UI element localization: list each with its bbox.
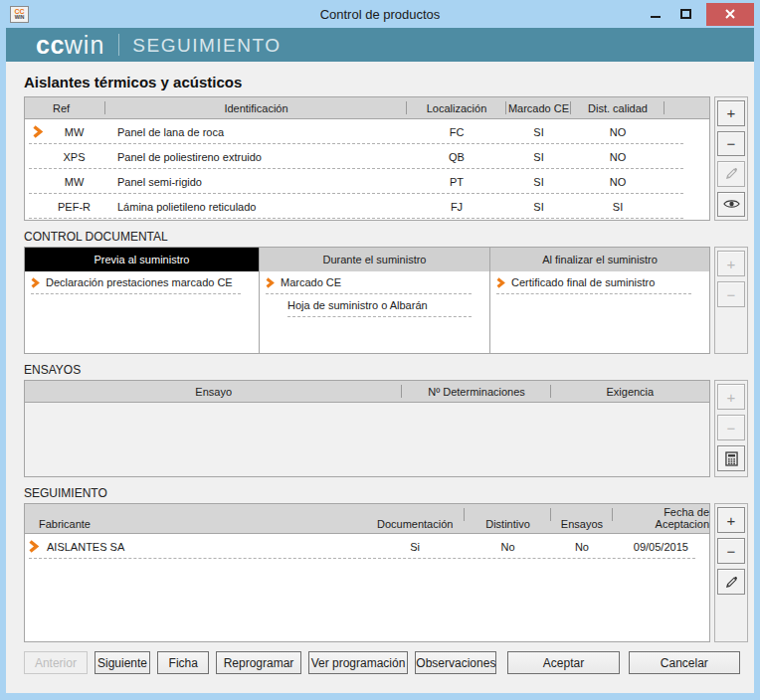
column-header-marcado-ce: Marcado CE — [506, 97, 571, 118]
column-header-localizacion: Localización — [407, 97, 506, 118]
row-divider — [29, 218, 683, 219]
column-header-fabricante: Fabricante — [25, 504, 366, 533]
titlebar: CC WIN Control de productos — [6, 0, 754, 28]
cell-dist-calidad: NO — [571, 144, 665, 169]
cell-localizacion: FC — [407, 119, 506, 144]
seguimiento-section: Fabricante Documentación Distintivo Ensa… — [24, 503, 754, 642]
cancelar-button[interactable]: Cancelar — [629, 651, 740, 674]
seguimiento-row-selected[interactable]: AISLANTES SA Si No No 09/05/2015 — [25, 534, 709, 559]
control-documental-label: CONTROL DOCUMENTAL — [24, 221, 754, 247]
anterior-button[interactable]: Anterior — [24, 651, 88, 674]
cell-ref: MW — [51, 126, 105, 138]
cell-fecha-aceptacion: 09/05/2015 — [613, 534, 709, 559]
cell-ref: MW — [51, 176, 105, 188]
doc-item[interactable]: Hoja de suministro o Albarán — [287, 294, 472, 317]
control-documental-button-strip: + − — [714, 247, 748, 354]
footer-button-bar: Anterior Siguiente Ficha Reprogramar Ver… — [24, 642, 754, 674]
tab-previa-al-suministro[interactable]: Previa al suministro — [25, 248, 259, 271]
app-window: CC WIN Control de productos ccwin SEGUIM… — [0, 0, 760, 700]
minimize-button[interactable] — [641, 2, 670, 26]
cell-identificacion: Panel semi-rigido — [105, 169, 407, 194]
cell-identificacion: Panel de lana de roca — [105, 119, 407, 144]
remove-seguimiento-button[interactable]: − — [717, 538, 745, 564]
add-product-button[interactable]: + — [717, 100, 745, 126]
pencil-icon — [724, 166, 739, 181]
content-area: Aislantes térmicos y acústicos Ref Ident… — [6, 62, 754, 693]
ensayos-section: Ensayo Nº Determinaciones Exigencia + − — [24, 380, 754, 477]
products-table-header: Ref Identificación Localización Marcado … — [25, 97, 709, 119]
column-header-documentacion: Documentación — [366, 504, 465, 533]
doc-item[interactable]: Certificado final de suministro — [496, 271, 691, 294]
page-title: Aislantes térmicos y acústicos — [24, 62, 754, 96]
column-header-fecha-aceptacion: Fecha de Aceptacion — [613, 504, 709, 533]
product-row[interactable]: PEF-R Lámina polietileno reticulado FJ S… — [25, 194, 709, 219]
cell-dist-calidad: NO — [571, 169, 665, 194]
maximize-button[interactable] — [670, 2, 700, 26]
cell-marcado-ce: SI — [506, 194, 571, 219]
cell-marcado-ce: SI — [506, 169, 571, 194]
maximize-icon — [680, 9, 691, 19]
tab-al-finalizar-el-suministro[interactable]: Al finalizar el suministro — [490, 248, 709, 271]
doc-item[interactable]: Declaración prestaciones marcado CE — [31, 271, 241, 294]
aceptar-button[interactable]: Aceptar — [507, 651, 619, 674]
pencil-icon — [724, 575, 739, 590]
add-seguimiento-button[interactable]: + — [717, 507, 745, 533]
column-header-ensayos: Ensayos — [551, 504, 613, 533]
doc-item-label: Declaración prestaciones marcado CE — [46, 276, 233, 288]
item-chevron-icon — [266, 277, 275, 288]
control-documental-section: Previa al suministro Declaración prestac… — [24, 247, 754, 354]
cell-ref: PEF-R — [51, 201, 105, 213]
ensayos-table: Ensayo Nº Determinaciones Exigencia — [24, 380, 710, 477]
view-product-button[interactable] — [717, 192, 745, 218]
ensayos-label: ENSAYOS — [24, 354, 754, 380]
doc-column-al-finalizar: Al finalizar el suministro Certificado f… — [490, 248, 709, 353]
cell-identificacion: Lámina polietileno reticulado — [105, 194, 407, 219]
edit-seguimiento-button[interactable] — [717, 569, 745, 595]
add-ensayo-button[interactable]: + — [717, 384, 745, 410]
column-header-dist-calidad: Dist. calidad — [571, 97, 665, 118]
column-header-distintivo: Distintivo — [465, 504, 551, 533]
column-header-ref: Ref — [25, 97, 105, 118]
selected-row-chevron-icon — [25, 125, 51, 138]
product-row-selected[interactable]: MW Panel de lana de roca FC SI NO — [25, 119, 709, 144]
cell-marcado-ce: SI — [506, 119, 571, 144]
cell-marcado-ce: SI — [506, 144, 571, 169]
observaciones-button[interactable]: Observaciones — [415, 651, 496, 674]
reprogramar-button[interactable]: Reprogramar — [216, 651, 300, 674]
add-document-button[interactable]: + — [717, 251, 745, 276]
row-divider — [29, 558, 695, 559]
cell-distintivo: No — [465, 534, 551, 559]
cell-dist-calidad: SI — [571, 194, 665, 219]
ver-programacion-button[interactable]: Ver programación — [308, 651, 409, 674]
brand-logo-win: win — [65, 31, 105, 60]
remove-document-button[interactable]: − — [717, 281, 745, 307]
siguiente-button[interactable]: Siguiente — [95, 651, 150, 674]
ficha-button[interactable]: Ficha — [157, 651, 209, 674]
product-row[interactable]: XPS Panel de poliestireno extruido QB SI… — [25, 144, 709, 169]
column-header-exigencia: Exigencia — [551, 381, 709, 402]
remove-ensayo-button[interactable]: − — [717, 415, 745, 440]
tab-durante-el-suministro[interactable]: Durante el suministro — [260, 248, 489, 271]
ensayos-table-header: Ensayo Nº Determinaciones Exigencia — [25, 381, 709, 403]
product-row[interactable]: MW Panel semi-rigido PT SI NO — [25, 169, 709, 194]
brand-logo-cc: cc — [36, 31, 65, 60]
cell-localizacion: PT — [407, 169, 506, 194]
banner-divider — [118, 34, 119, 56]
edit-product-button[interactable] — [717, 161, 745, 187]
doc-item[interactable]: Marcado CE — [266, 271, 472, 294]
selected-row-chevron-icon — [29, 540, 47, 553]
seguimiento-label: SEGUIMIENTO — [24, 477, 754, 503]
close-button[interactable] — [706, 3, 754, 26]
remove-product-button[interactable]: − — [717, 131, 745, 157]
minimize-icon — [651, 16, 661, 18]
seguimiento-table-header: Fabricante Documentación Distintivo Ensa… — [25, 504, 709, 534]
calculate-ensayo-button[interactable] — [717, 445, 745, 471]
module-title: SEGUIMIENTO — [132, 33, 281, 57]
doc-item-label: Marcado CE — [281, 276, 341, 288]
cell-dist-calidad: NO — [571, 119, 665, 144]
item-chevron-icon — [496, 277, 505, 288]
products-table: Ref Identificación Localización Marcado … — [24, 96, 710, 221]
products-section: Ref Identificación Localización Marcado … — [24, 96, 754, 221]
doc-item-label: Hoja de suministro o Albarán — [287, 299, 428, 311]
cell-identificacion: Panel de poliestireno extruido — [105, 144, 407, 169]
